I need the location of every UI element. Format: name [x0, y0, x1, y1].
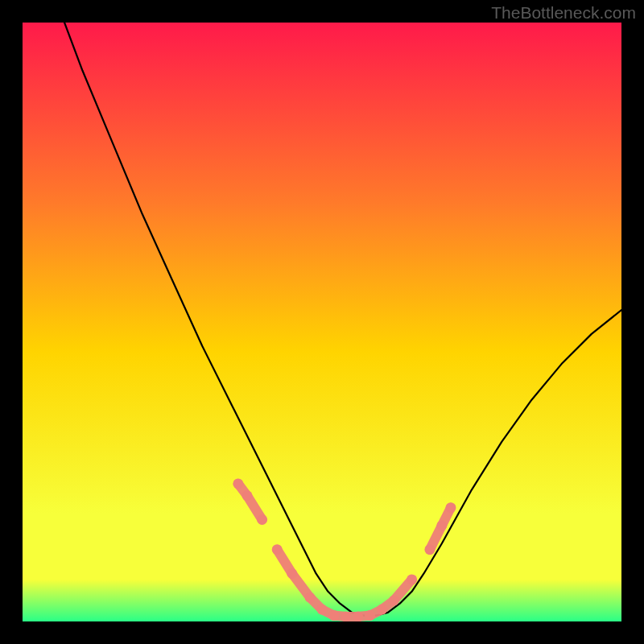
svg-point-20	[305, 592, 316, 603]
plot-area	[23, 23, 621, 621]
svg-point-19	[287, 568, 297, 579]
svg-point-26	[377, 605, 387, 615]
svg-point-27	[389, 595, 399, 605]
svg-point-31	[445, 502, 456, 513]
watermark-text: TheBottleneck.com	[491, 3, 636, 23]
svg-point-24	[353, 612, 363, 621]
svg-rect-0	[23, 23, 621, 621]
svg-point-21	[317, 605, 328, 615]
svg-point-22	[328, 610, 339, 621]
svg-point-17	[257, 514, 267, 525]
svg-point-15	[233, 478, 243, 489]
svg-point-25	[365, 610, 375, 621]
svg-point-28	[407, 574, 417, 584]
chart-svg	[23, 23, 621, 621]
svg-point-23	[341, 612, 351, 621]
svg-point-29	[424, 544, 435, 555]
svg-point-16	[242, 490, 253, 501]
chart-container: TheBottleneck.com	[0, 0, 644, 644]
svg-point-30	[436, 520, 447, 530]
svg-point-18	[272, 544, 283, 555]
